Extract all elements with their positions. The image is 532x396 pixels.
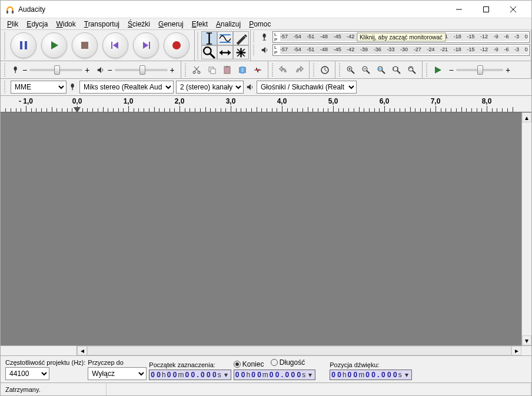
minimize-button[interactable] (445, 1, 473, 18)
menu-lik[interactable]: Plik (3, 19, 22, 29)
svg-marker-25 (228, 49, 231, 55)
selection-start-field[interactable]: 0 0h0 0m0 0 . 0 0 0s▾ (149, 370, 231, 380)
monitor-tooltip: Kliknij, aby zacząć monitorować (357, 33, 445, 42)
toolbar-grip[interactable] (252, 31, 255, 43)
toolbar-grip[interactable] (3, 31, 6, 59)
toolbar-grip[interactable] (3, 81, 6, 94)
toolbar-grip[interactable] (338, 62, 341, 77)
svg-marker-36 (98, 66, 101, 73)
selection-length-radio[interactable]: Długość (271, 358, 305, 367)
draw-tool[interactable] (233, 31, 249, 45)
svg-rect-13 (149, 42, 150, 49)
scroll-left-arrow[interactable]: ◂ (77, 346, 87, 355)
svg-marker-68 (435, 66, 441, 74)
meter-toolbar: LP -57-54-51-48-45-42-39-36-33-30-27-24-… (251, 30, 531, 61)
sync-lock-button[interactable] (317, 62, 332, 78)
toolbar-grip[interactable] (184, 62, 187, 77)
vertical-scrollbar[interactable]: ▴ ▾ (521, 112, 531, 345)
scroll-up-arrow[interactable]: ▴ (522, 112, 531, 122)
menu-bar: PlikEdycjaWidokTransportujŚcieżkiGeneruj… (1, 18, 531, 30)
menu-ransportuj[interactable]: Transportuj (80, 19, 124, 29)
close-button[interactable] (500, 1, 527, 18)
multi-tool[interactable] (233, 45, 249, 59)
audio-position-field[interactable]: 0 0h0 0m0 0 . 0 0 0s▾ (330, 370, 411, 380)
tracks-area[interactable]: ▴ ▾ (1, 112, 531, 345)
selection-end-radio[interactable]: Koniec (234, 360, 264, 368)
toolbar-grip[interactable] (271, 62, 274, 77)
minus-icon: − (22, 65, 27, 75)
scroll-down-arrow[interactable]: ▾ (522, 335, 531, 345)
zoom-out-button[interactable] (358, 62, 374, 78)
snap-select[interactable]: Wyłącz (88, 367, 147, 380)
skip-start-button[interactable] (102, 32, 128, 58)
svg-line-22 (210, 54, 215, 58)
trim-button[interactable] (235, 62, 250, 78)
recording-meter[interactable]: LP -57-54-51-48-45-42-39-36-33-30-27-24-… (272, 31, 530, 43)
timeline-label: 6,0 (380, 97, 390, 105)
horizontal-scrollbar[interactable]: ◂ ▸ (1, 345, 531, 355)
menu-idok[interactable]: Widok (52, 19, 79, 29)
play-speed-slider[interactable] (456, 69, 503, 71)
cut-button[interactable] (189, 62, 204, 78)
recording-volume-slider[interactable] (29, 69, 82, 71)
svg-point-21 (204, 47, 211, 55)
playback-volume-slider[interactable] (115, 69, 168, 71)
status-message: Zatrzymany. (1, 383, 107, 395)
zoom-in-button[interactable] (343, 62, 358, 78)
play-button[interactable] (41, 32, 67, 58)
timeline-ruler[interactable]: - 1,00,01,02,03,04,05,06,07,08,0 (1, 96, 531, 112)
toolbar-grip[interactable] (425, 62, 428, 77)
menu-nalizuj[interactable]: Analizuj (212, 19, 245, 29)
toolbar-grip[interactable] (3, 62, 6, 77)
selection-tool[interactable] (201, 31, 217, 45)
skip-end-button[interactable] (133, 32, 159, 58)
playback-meter[interactable]: LP -57-54-51-48-45-42-39-36-33-30-27-24-… (272, 44, 530, 56)
toolbar-grip[interactable] (312, 62, 315, 77)
timeshift-tool[interactable] (217, 45, 233, 59)
mic-icon[interactable] (258, 31, 271, 43)
timeline-label: 1,0 (124, 97, 134, 105)
paste-button[interactable] (220, 62, 235, 78)
play-speed-button[interactable] (430, 62, 445, 78)
svg-rect-1 (12, 11, 14, 14)
envelope-tool[interactable] (217, 31, 233, 45)
audacity-icon (5, 5, 15, 14)
recording-device-select[interactable]: Miks stereo (Realtek Audio (79, 81, 174, 94)
speaker-icon[interactable] (258, 44, 271, 56)
playback-device-select[interactable]: Głośniki / Słuchawki (Realt (257, 81, 357, 94)
menu-cieżki[interactable]: Ścieżki (124, 19, 154, 29)
menu-dycja[interactable]: Edycja (22, 19, 52, 29)
fit-project-button[interactable] (389, 62, 404, 78)
maximize-button[interactable] (473, 1, 500, 18)
menu-fekt[interactable]: Efekt (188, 19, 212, 29)
audio-host-select[interactable]: MME (11, 81, 66, 94)
playhead-icon[interactable] (74, 107, 81, 112)
pause-button[interactable] (11, 32, 36, 58)
zoom-toggle-button[interactable] (404, 62, 420, 78)
menu-omoc[interactable]: Pomoc (245, 19, 275, 29)
svg-marker-8 (51, 41, 58, 49)
scroll-right-arrow[interactable]: ▸ (511, 346, 521, 355)
zoom-tool[interactable] (201, 45, 217, 59)
svg-marker-33 (262, 47, 265, 54)
minus-icon: − (107, 65, 112, 75)
toolbar-grip[interactable] (252, 44, 255, 56)
redo-button[interactable] (291, 62, 307, 78)
undo-button[interactable] (276, 62, 291, 78)
toolbar-grip[interactable] (196, 31, 200, 59)
stop-button[interactable] (72, 32, 98, 58)
menu-eneruj[interactable]: Generuj (154, 19, 188, 29)
copy-button[interactable] (204, 62, 220, 78)
fit-selection-button[interactable] (374, 62, 389, 78)
silence-button[interactable] (250, 62, 265, 78)
svg-line-20 (245, 35, 247, 36)
device-toolbar: MME Miks stereo (Realtek Audio 2 (stereo… (1, 79, 531, 96)
selection-end-field[interactable]: 0 0h0 0m0 0 . 0 0 0s▾ (234, 370, 315, 380)
recording-channels-select[interactable]: 2 (stereo) kanały (176, 81, 244, 94)
project-rate-select[interactable]: 44100 (5, 367, 49, 380)
project-rate-label: Częstotliwość projektu (Hz): (5, 359, 85, 366)
svg-line-60 (382, 71, 385, 74)
mixer-toolbar: − + − + (1, 61, 181, 78)
record-button[interactable] (164, 32, 189, 58)
selection-start-label: Początek zaznaczenia: (149, 361, 231, 368)
